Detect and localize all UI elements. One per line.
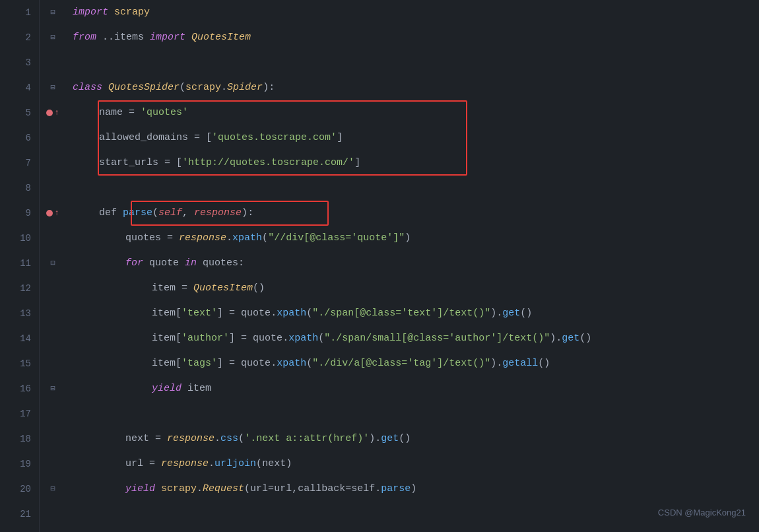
line-num-16: 16 <box>0 376 31 401</box>
class-quotesitem-call: QuotesItem <box>193 276 253 301</box>
builtin-response-10: response <box>179 226 226 251</box>
arrow-9: ↑ <box>54 201 59 226</box>
var-item: item <box>152 276 176 301</box>
method-css-18: css <box>220 426 238 451</box>
gutter-line-4: ⊟ <box>40 75 66 100</box>
keyword-import-1: import <box>73 0 108 25</box>
breakpoint-5 <box>46 110 53 116</box>
param-response: response <box>194 201 242 226</box>
line-num-8: 8 <box>0 176 31 201</box>
line-num-9: 9 <box>0 201 31 226</box>
fold-icon-16[interactable]: ⊟ <box>50 376 55 401</box>
code-line-20: yield scrapy.Request(url=url,callback=se… <box>73 477 759 502</box>
line-num-20: 20 <box>0 477 31 502</box>
gutter-line-3 <box>40 50 66 75</box>
code-line-17 <box>73 401 759 426</box>
method-get-14: get <box>562 326 579 351</box>
arrow-5: ↑ <box>54 100 59 125</box>
code-line-19: url = response.urljoin(next) <box>73 451 759 477</box>
key-tags: 'tags' <box>182 351 217 376</box>
method-urljoin: urljoin <box>214 451 256 477</box>
code-content: import scrapy from ..items import Quotes… <box>66 0 759 532</box>
code-line-18: next = response.css('.next a::attr(href)… <box>73 426 759 451</box>
gutter-line-9: ↑ <box>40 201 66 226</box>
code-line-7: start_urls = ['http://quotes.toscrape.co… <box>73 150 759 176</box>
gutter-line-19 <box>40 451 66 477</box>
var-next: next <box>125 426 149 451</box>
code-line-3 <box>73 50 759 75</box>
line-num-21: 21 <box>0 502 31 527</box>
gutter-line-2: ⊟ <box>40 25 66 50</box>
line-numbers: 1 2 3 4 5 6 7 8 9 10 11 12 13 14 15 16 1… <box>0 0 40 532</box>
code-editor: 1 2 3 4 5 6 7 8 9 10 11 12 13 14 15 16 1… <box>0 0 759 532</box>
breakpoint-9 <box>46 210 53 216</box>
string-xpath-15: "./div/a[@class='tag']/text()" <box>312 351 490 376</box>
param-url: url <box>250 477 268 502</box>
gutter: ⊟ ⊟ ⊟ ↑ ↑ ⊟ <box>40 0 66 532</box>
code-line-14: item['author'] = quote.xpath("./span/sma… <box>73 326 759 351</box>
key-text: 'text' <box>182 301 217 326</box>
fold-icon-11[interactable]: ⊟ <box>50 251 55 276</box>
gutter-line-12 <box>40 276 66 301</box>
code-line-8 <box>73 176 759 201</box>
self-ref: self <box>351 477 375 502</box>
string-domain: 'quotes.toscrape.com' <box>212 125 337 150</box>
var-item-13: item <box>152 301 176 326</box>
keyword-yield-16: yield <box>152 376 182 401</box>
gutter-line-8 <box>40 176 66 201</box>
keyword-def: def <box>99 201 123 226</box>
code-line-1: import scrapy <box>73 0 759 25</box>
gutter-line-11: ⊟ <box>40 251 66 276</box>
gutter-line-6 <box>40 125 66 150</box>
fold-icon-1[interactable]: ⊟ <box>50 0 55 25</box>
line-num-14: 14 <box>0 326 31 351</box>
request-class: Request <box>203 477 244 502</box>
string-css-18: '.next a::attr(href)' <box>244 426 369 451</box>
gutter-line-10 <box>40 226 66 251</box>
keyword-yield-20: yield <box>125 477 155 502</box>
method-xpath-15: xpath <box>277 351 306 376</box>
string-xpath-13: "./span[@class='text']/text()" <box>312 301 490 326</box>
class-quotesitem: QuotesItem <box>191 25 251 50</box>
code-line-15: item['tags'] = quote.xpath("./div/a[@cla… <box>73 351 759 376</box>
var-quote-15: quote <box>241 351 271 376</box>
line-num-6: 6 <box>0 125 31 150</box>
var-quote-14: quote <box>253 326 282 351</box>
var-url: url <box>125 451 143 477</box>
line-num-7: 7 <box>0 150 31 176</box>
fold-icon-2[interactable]: ⊟ <box>50 25 55 50</box>
fold-icon-4[interactable]: ⊟ <box>50 75 55 100</box>
scrapy-module: scrapy <box>185 75 221 100</box>
line-num-19: 19 <box>0 451 31 477</box>
line-num-15: 15 <box>0 351 31 376</box>
keyword-in: in <box>185 251 197 276</box>
method-get-13: get <box>502 301 520 326</box>
var-allowed-domains: allowed_domains <box>99 125 188 150</box>
line-num-11: 11 <box>0 251 31 276</box>
gutter-line-14 <box>40 326 66 351</box>
var-url-ref: url <box>274 477 292 502</box>
method-xpath-14: xpath <box>288 326 318 351</box>
line-num-13: 13 <box>0 301 31 326</box>
keyword-for: for <box>125 251 143 276</box>
string-quotes: 'quotes' <box>141 100 188 125</box>
var-item-15: item <box>152 351 176 376</box>
builtin-response-18: response <box>167 426 214 451</box>
line-num-10: 10 <box>0 226 31 251</box>
fold-icon-20[interactable]: ⊟ <box>50 477 55 502</box>
module-scrapy: scrapy <box>114 0 150 25</box>
class-quotesspider: QuotesSpider <box>108 75 180 100</box>
var-name: name <box>99 100 123 125</box>
param-callback: callback <box>298 477 345 502</box>
gutter-line-15 <box>40 351 66 376</box>
string-url: 'http://quotes.toscrape.com/' <box>182 150 354 176</box>
builtin-response-19: response <box>161 451 209 477</box>
line-num-17: 17 <box>0 401 31 426</box>
line-num-12: 12 <box>0 276 31 301</box>
code-line-11: for quote in quotes: <box>73 251 759 276</box>
string-xpath-14: "./span/small[@class='author']/text()" <box>324 326 550 351</box>
code-line-5: name = 'quotes' <box>73 100 759 125</box>
line-num-1: 1 <box>0 0 31 25</box>
gutter-line-13 <box>40 301 66 326</box>
keyword-from: from <box>73 25 96 50</box>
